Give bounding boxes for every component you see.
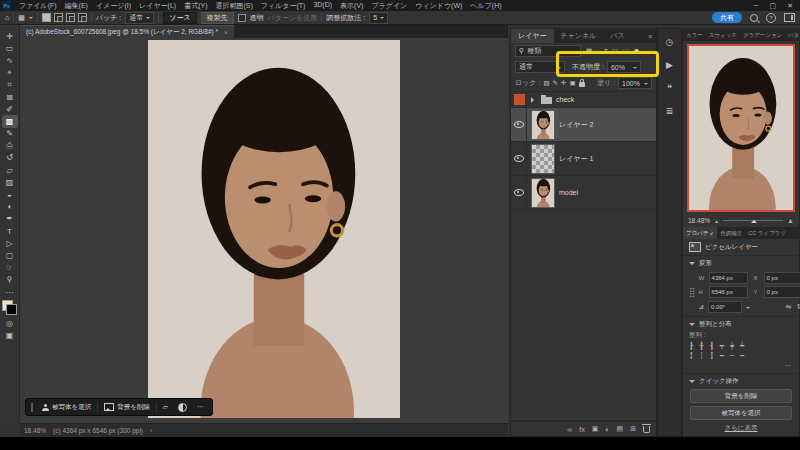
quick-mask-icon[interactable]: ◎ bbox=[2, 317, 18, 329]
color-label-chip[interactable] bbox=[514, 94, 525, 105]
canvas-area[interactable]: 被写体を選択 背景を削除 ▱ ⋯ bbox=[20, 38, 508, 423]
tab-channels[interactable]: チャンネル bbox=[554, 29, 604, 43]
drag-handle[interactable] bbox=[31, 403, 33, 412]
tool-zoom[interactable]: ⚲ bbox=[2, 274, 18, 286]
disclosure-icon[interactable] bbox=[531, 97, 537, 103]
delete-layer-icon[interactable] bbox=[643, 426, 650, 433]
color-swatches[interactable] bbox=[2, 300, 17, 315]
navigator-zoom-value[interactable]: 18.48% bbox=[688, 217, 710, 224]
angle-field[interactable]: 0.00° bbox=[708, 301, 742, 313]
tool-gradient[interactable]: ▨ bbox=[2, 176, 18, 188]
reference-point-icon[interactable]: ⣿ bbox=[689, 270, 696, 313]
align-left-icon[interactable]: ┠ bbox=[689, 342, 693, 350]
filter-pixel-icon[interactable]: ▦ bbox=[586, 47, 592, 55]
visibility-cell[interactable] bbox=[511, 142, 527, 175]
new-selection-icon[interactable] bbox=[42, 13, 51, 22]
filter-type-icon[interactable]: T bbox=[604, 48, 608, 55]
distribute-top-icon[interactable]: ╍ bbox=[720, 352, 724, 360]
menu-window[interactable]: ウィンドウ(W) bbox=[411, 1, 466, 11]
menu-select[interactable]: 選択範囲(S) bbox=[211, 1, 256, 11]
navigator-preview[interactable] bbox=[687, 44, 795, 212]
align-center-h-icon[interactable]: ╂ bbox=[699, 342, 703, 350]
zoom-slider[interactable] bbox=[723, 220, 783, 221]
lock-position-icon[interactable]: ✛ bbox=[561, 79, 566, 87]
tool-clone-stamp[interactable]: ⎙ bbox=[2, 140, 18, 152]
layer-thumbnail[interactable] bbox=[532, 111, 554, 139]
align-center-v-icon[interactable]: ┿ bbox=[730, 342, 734, 350]
actions-icon[interactable]: ▶ bbox=[666, 60, 673, 70]
status-chevron-icon[interactable]: › bbox=[150, 427, 152, 434]
subtract-selection-icon[interactable] bbox=[66, 13, 75, 22]
tab-swatches[interactable]: スウォッチ bbox=[706, 29, 740, 41]
search-icon[interactable] bbox=[750, 14, 758, 22]
tool-move[interactable]: ✛ bbox=[2, 30, 18, 42]
adjustment-button[interactable] bbox=[174, 399, 191, 415]
group-name[interactable]: check bbox=[556, 96, 574, 103]
tool-crop[interactable]: ⌗ bbox=[2, 79, 18, 91]
menu-3d[interactable]: 3D(D) bbox=[309, 1, 336, 11]
align-right-icon[interactable]: ┨ bbox=[709, 342, 713, 350]
lock-transparent-icon[interactable]: ▨ bbox=[543, 79, 549, 87]
y-field[interactable]: 0 px bbox=[764, 286, 800, 298]
lock-all-icon[interactable] bbox=[579, 82, 585, 87]
new-layer-icon[interactable]: ⊞ bbox=[630, 425, 636, 433]
layer-row[interactable]: model bbox=[511, 176, 656, 210]
tool-dodge[interactable]: ◖ bbox=[2, 201, 18, 213]
flip-horizontal-icon[interactable]: ⇋ bbox=[786, 303, 792, 311]
libraries-icon[interactable]: ≣ bbox=[666, 106, 674, 116]
background-color-swatch[interactable] bbox=[6, 304, 17, 315]
align-bottom-icon[interactable]: ┷ bbox=[740, 342, 744, 350]
menu-layer[interactable]: レイヤー(L) bbox=[135, 1, 180, 11]
tool-type[interactable]: T bbox=[2, 225, 18, 237]
remove-background-button[interactable]: 背景を削除 bbox=[100, 399, 154, 415]
tool-brush[interactable]: ✎ bbox=[2, 128, 18, 140]
layer-row-selected[interactable]: レイヤー 2 bbox=[511, 108, 656, 142]
tool-path-selection[interactable]: ▷ bbox=[2, 237, 18, 249]
menu-file[interactable]: ファイル(F) bbox=[15, 1, 61, 11]
tab-gradients[interactable]: グラデーション bbox=[740, 29, 785, 41]
blend-mode-select[interactable]: 通常 bbox=[515, 61, 565, 73]
zoom-in-icon[interactable]: ▲ bbox=[787, 217, 794, 224]
layer-name[interactable]: レイヤー 1 bbox=[559, 154, 593, 164]
workspace-icon[interactable] bbox=[784, 13, 795, 22]
show-more-link[interactable]: さらに表示 bbox=[689, 424, 793, 433]
lock-pixels-icon[interactable]: ✎ bbox=[553, 79, 558, 87]
filter-adjustment-icon[interactable]: ◑ bbox=[596, 48, 600, 55]
tool-object-selection[interactable]: ⌖ bbox=[2, 67, 18, 79]
layer-thumbnail[interactable] bbox=[532, 179, 554, 207]
select-subject-button[interactable]: 被写体を選択 bbox=[38, 399, 95, 415]
fill-select[interactable]: 100% bbox=[618, 77, 652, 89]
link-layers-icon[interactable]: ∞ bbox=[567, 426, 572, 433]
source-toggle-button[interactable]: ソース bbox=[163, 12, 196, 24]
intersect-selection-icon[interactable] bbox=[78, 13, 87, 22]
eye-icon[interactable] bbox=[514, 189, 524, 196]
menu-image[interactable]: イメージ(I) bbox=[92, 1, 135, 11]
tool-hand[interactable]: ☞ bbox=[2, 262, 18, 274]
patch-mode-select[interactable]: 通常 bbox=[125, 12, 154, 24]
tool-pen[interactable]: ✒ bbox=[2, 213, 18, 225]
adjustment-layer-icon[interactable]: ◐ bbox=[605, 426, 609, 433]
distribute-bottom-icon[interactable]: ┅ bbox=[740, 352, 744, 360]
tool-lasso[interactable]: ∿ bbox=[2, 54, 18, 66]
visibility-cell[interactable] bbox=[511, 176, 527, 209]
minimize-icon[interactable]: ─ bbox=[754, 2, 759, 10]
distribute-center-h-icon[interactable]: ┆ bbox=[699, 352, 703, 360]
add-selection-icon[interactable] bbox=[54, 13, 63, 22]
tool-frame[interactable]: ⊠ bbox=[2, 91, 18, 103]
edit-toolbar-icon[interactable]: ⋯ bbox=[2, 286, 18, 298]
filter-shape-icon[interactable]: ▢ bbox=[612, 47, 618, 55]
screen-mode-icon[interactable]: ▣ bbox=[2, 329, 18, 341]
distribute-left-icon[interactable]: ╏ bbox=[689, 352, 693, 360]
tool-rectangle[interactable]: ▢ bbox=[2, 249, 18, 261]
lock-artboard-icon[interactable]: ▣ bbox=[569, 79, 575, 87]
transform-button[interactable]: ▱ bbox=[159, 399, 172, 415]
distribute-center-v-icon[interactable]: ┄ bbox=[730, 352, 734, 360]
layer-row[interactable]: レイヤー 1 bbox=[511, 142, 656, 176]
menu-filter[interactable]: フィルター(T) bbox=[257, 1, 310, 11]
menu-type[interactable]: 書式(Y) bbox=[180, 1, 211, 11]
document-tab[interactable]: (c) AdobeStock_600725608.jpeg @ 18.5% (レ… bbox=[20, 25, 234, 38]
history-icon[interactable]: ◷ bbox=[666, 37, 674, 47]
tab-paths[interactable]: パス bbox=[603, 29, 631, 43]
quick-actions-header[interactable]: クイック操作 bbox=[689, 377, 793, 386]
menu-view[interactable]: 表示(V) bbox=[336, 1, 367, 11]
